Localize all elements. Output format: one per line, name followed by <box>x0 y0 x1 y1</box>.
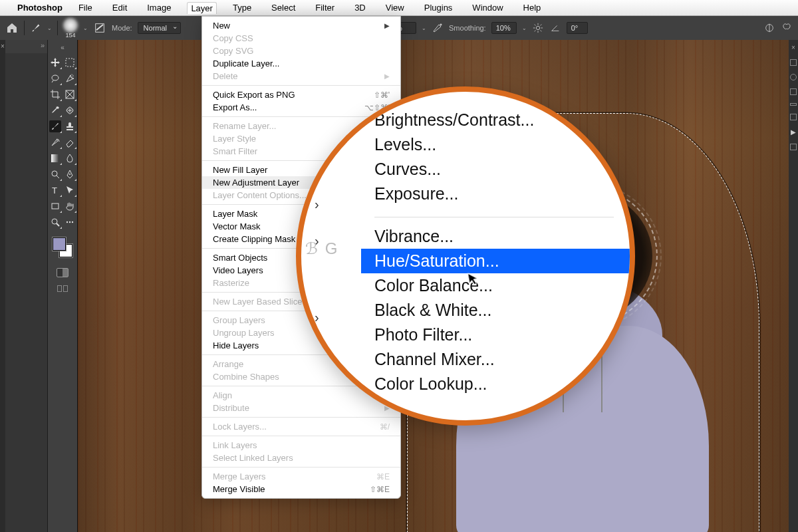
menubar-item-window[interactable]: Window <box>468 1 507 14</box>
submenu-arrow-icon: ▶ <box>384 22 390 29</box>
close-icon[interactable]: × <box>1 43 5 50</box>
panel-icon[interactable] <box>790 114 797 120</box>
zoom-tool-icon[interactable] <box>49 216 61 228</box>
menubar-item-help[interactable]: Help <box>519 1 545 14</box>
foreground-color-swatch[interactable] <box>53 237 66 251</box>
menu-item-export-as[interactable]: Export As...⌥⇧⌘' <box>202 101 400 114</box>
play-icon[interactable]: ▶ <box>791 128 796 136</box>
chevron-down-icon[interactable]: ⌄ <box>83 25 88 31</box>
quick-mask-icon[interactable] <box>57 268 68 277</box>
airbrush-icon[interactable] <box>432 22 444 34</box>
panel-icon[interactable] <box>790 59 797 66</box>
eyedropper-tool-icon[interactable] <box>49 104 61 116</box>
heal-tool-icon[interactable] <box>64 104 76 116</box>
menu-item-label: Merge Visible <box>213 484 265 494</box>
blend-mode-dropdown[interactable]: Normal <box>138 22 181 34</box>
menu-item-quick-export-as-png[interactable]: Quick Export as PNG⇧⌘' <box>202 88 400 101</box>
menu-item-label: Layer Content Options... <box>213 190 307 200</box>
svg-point-24 <box>52 171 57 176</box>
submenu-item-black-white[interactable]: Black & White... <box>361 298 630 323</box>
chevron-down-icon[interactable]: ⌄ <box>422 25 426 31</box>
menu-item-label: Delete <box>213 71 238 81</box>
pen-tool-icon[interactable] <box>64 168 76 180</box>
blend-mode-value: Normal <box>144 24 167 32</box>
path-select-tool-icon[interactable] <box>64 184 76 196</box>
type-tool-icon[interactable]: T <box>49 184 61 196</box>
app-name[interactable]: Photoshop <box>17 3 63 13</box>
quick-select-tool-icon[interactable] <box>64 72 76 84</box>
submenu-item-photo-filter[interactable]: Photo Filter... <box>361 323 630 347</box>
menubar-item-view[interactable]: View <box>382 1 408 14</box>
brush-tool-icon[interactable] <box>49 120 61 132</box>
menu-item-label: Create Clipping Mask <box>213 234 295 244</box>
gear-icon[interactable] <box>532 22 544 34</box>
chevron-down-icon[interactable]: ⌄ <box>47 25 52 31</box>
menu-item-label: Select Linked Layers <box>213 453 293 463</box>
menubar-item-filter[interactable]: Filter <box>311 1 338 14</box>
panel-icon[interactable] <box>790 88 797 95</box>
svg-line-8 <box>540 31 541 32</box>
submenu-item-hue-saturation[interactable]: Hue/Saturation... <box>361 249 630 273</box>
svg-rect-28 <box>52 203 59 209</box>
svg-rect-23 <box>51 154 59 162</box>
submenu-item-vibrance[interactable]: Vibrance... <box>361 224 630 249</box>
menu-item-link-layers: Link Layers <box>202 439 400 452</box>
brush-tool-icon[interactable] <box>30 22 42 34</box>
eraser-tool-icon[interactable] <box>64 136 76 148</box>
lasso-tool-icon[interactable] <box>49 72 61 84</box>
menubar-item-select[interactable]: Select <box>267 1 299 14</box>
menubar-item-edit[interactable]: Edit <box>108 1 131 14</box>
panel-icon[interactable] <box>790 74 797 80</box>
hand-tool-icon[interactable] <box>64 200 76 212</box>
blur-tool-icon[interactable] <box>64 152 76 164</box>
menubar-item-image[interactable]: Image <box>143 1 175 14</box>
menubar-item-layer[interactable]: Layer <box>187 2 217 14</box>
brush-preset-picker[interactable]: 154 <box>63 18 78 39</box>
gradient-tool-icon[interactable] <box>49 152 61 164</box>
stamp-tool-icon[interactable] <box>64 120 76 132</box>
submenu-item-exposure[interactable]: Exposure... <box>361 182 630 206</box>
frame-tool-icon[interactable] <box>64 88 76 100</box>
chevron-right-icon: › <box>315 310 319 325</box>
close-icon[interactable]: × <box>791 44 795 51</box>
submenu-item-color-balance[interactable]: Color Balance... <box>361 273 630 298</box>
menubar-item-type[interactable]: Type <box>229 1 255 14</box>
color-swatches[interactable] <box>53 237 72 257</box>
submenu-item-curves[interactable]: Curves... <box>361 157 630 182</box>
shortcut-fragment: ℬ G <box>305 239 338 258</box>
pressure-size-icon[interactable] <box>93 21 106 35</box>
menu-item-new[interactable]: New▶ <box>202 19 400 32</box>
menu-item-label: Rasterize <box>213 278 249 288</box>
svg-point-2 <box>536 26 539 29</box>
expand-icon[interactable]: » <box>41 41 45 52</box>
panel-icon[interactable] <box>790 144 797 150</box>
collapse-icon[interactable]: « <box>61 44 65 51</box>
menu-item-label: Ungroup Layers <box>213 328 275 338</box>
ellipsis-tool-icon[interactable] <box>64 216 76 228</box>
menu-shortcut: ⇧⌘E <box>370 485 390 494</box>
smoothing-field[interactable]: 10% <box>491 22 517 34</box>
move-tool-icon[interactable] <box>49 57 61 68</box>
history-brush-tool-icon[interactable] <box>49 136 61 148</box>
angle-field[interactable]: 0° <box>567 22 588 34</box>
menu-item-merge-visible[interactable]: Merge Visible⇧⌘E <box>202 483 400 495</box>
butterfly-icon[interactable] <box>781 22 793 34</box>
symmetry-icon[interactable] <box>763 22 775 34</box>
collapsed-panel[interactable]: » <box>5 40 48 532</box>
home-icon[interactable] <box>5 21 19 35</box>
menu-separator <box>202 436 400 436</box>
chevron-down-icon[interactable]: ⌄ <box>522 25 527 31</box>
angle-icon[interactable] <box>549 22 561 34</box>
marquee-tool-icon[interactable] <box>64 57 76 68</box>
menubar-item-3d[interactable]: 3D <box>350 1 370 14</box>
panel-icon[interactable] <box>790 103 797 106</box>
screen-mode-icon[interactable] <box>57 285 68 292</box>
menu-shortcut: ⇧⌘' <box>374 90 390 100</box>
crop-tool-icon[interactable] <box>49 88 61 100</box>
submenu-item-channel-mixer[interactable]: Channel Mixer... <box>361 347 630 372</box>
menubar-item-file[interactable]: File <box>74 1 96 14</box>
menubar-item-plugins[interactable]: Plugins <box>420 1 457 14</box>
dodge-tool-icon[interactable] <box>49 168 61 180</box>
menu-item-duplicate-layer[interactable]: Duplicate Layer... <box>202 57 400 70</box>
rectangle-tool-icon[interactable] <box>49 200 61 212</box>
